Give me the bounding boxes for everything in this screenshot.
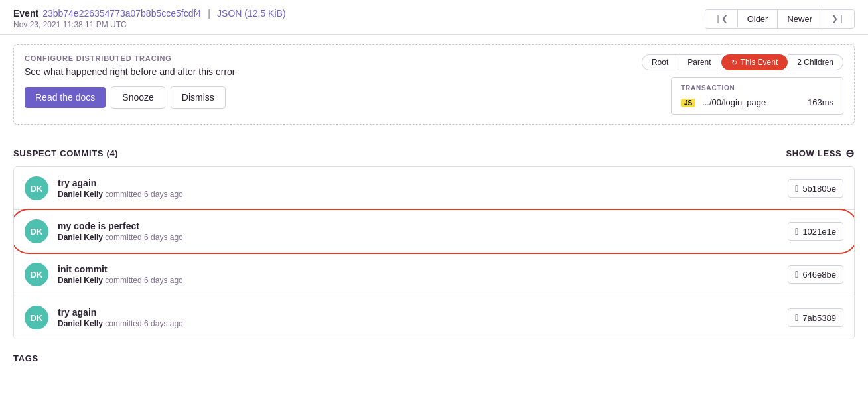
event-date: Nov 23, 2021 11:38:11 PM UTC [13,20,286,29]
suspect-commits-title: SUSPECT COMMITS (4) [13,149,118,158]
older-button[interactable]: Older [738,10,778,28]
event-label: Event [13,8,38,19]
commit-hash-button[interactable]:  5b1805e [788,179,843,198]
commit-info: try again Daniel Kelly committed 6 days … [58,178,183,199]
transaction-name-group: JS .../00/login_page [681,97,766,107]
js-badge: JS [681,99,695,107]
commit-row: DK my code is perfect Daniel Kelly commi… [14,210,854,253]
event-id[interactable]: 23bb74e226354773a07b8b5cce5fcdf4 [42,8,201,19]
commit-row: DK try again Daniel Kelly committed 6 da… [14,167,854,210]
reload-icon: ↻ [731,58,737,67]
children-tab[interactable]: 2 Children [788,54,843,70]
tracing-right: Root Parent ↻ This Event 2 Children TRAN… [642,54,843,115]
github-icon:  [795,226,798,237]
commit-info: init commit Daniel Kelly committed 6 day… [58,264,183,285]
snooze-button[interactable]: Snooze [111,86,165,109]
commit-message: my code is perfect [58,221,183,231]
commit-meta: Daniel Kelly committed 6 days ago [58,233,183,242]
first-event-button[interactable]: ❘❮ [705,10,738,27]
root-tab[interactable]: Root [642,54,678,70]
commit-hash-button[interactable]:  1021e1e [788,222,843,241]
avatar: DK [25,306,48,329]
tracing-description: See what happened right before and after… [25,66,236,77]
avatar: DK [25,176,48,200]
commit-meta: Daniel Kelly committed 6 days ago [58,276,183,285]
pipe-separator: | [208,8,210,19]
suspect-commits-header: SUSPECT COMMITS (4) SHOW LESS ⊖ [0,134,868,166]
parent-tab[interactable]: Parent [678,54,721,70]
commits-list: DK try again Daniel Kelly committed 6 da… [13,166,855,339]
read-docs-button[interactable]: Read the docs [25,87,106,108]
tracing-title: CONFIGURE DISTRIBUTED TRACING [25,54,236,62]
transaction-label: TRANSACTION [681,84,833,91]
commit-left: DK my code is perfect Daniel Kelly commi… [25,219,183,243]
commit-left: DK init commit Daniel Kelly committed 6 … [25,263,183,286]
tracing-actions: Read the docs Snooze Dismiss [25,86,236,109]
commit-meta: Daniel Kelly committed 6 days ago [58,319,183,328]
transaction-row: JS .../00/login_page 163ms [681,97,833,107]
event-navigation: ❘❮ Older Newer ❯❘ [705,9,855,29]
avatar: DK [25,219,48,243]
event-header-info: Event 23bb74e226354773a07b8b5cce5fcdf4 |… [13,8,286,29]
commit-hash-button[interactable]:  646e8be [788,265,843,284]
newer-button[interactable]: Newer [778,10,822,28]
dismiss-button[interactable]: Dismiss [171,86,226,109]
commit-left: DK try again Daniel Kelly committed 6 da… [25,306,183,329]
tags-title: TAGS [13,353,38,363]
commit-row: DK try again Daniel Kelly committed 6 da… [14,296,854,339]
event-title: Event 23bb74e226354773a07b8b5cce5fcdf4 |… [13,8,286,19]
avatar: DK [25,263,48,286]
commit-message: try again [58,178,183,188]
commit-message: init commit [58,264,183,274]
commit-left: DK try again Daniel Kelly committed 6 da… [25,176,183,200]
tracing-left: CONFIGURE DISTRIBUTED TRACING See what h… [25,54,236,109]
tracing-banner: CONFIGURE DISTRIBUTED TRACING See what h… [13,44,855,125]
show-less-button[interactable]: SHOW LESS ⊖ [786,147,855,160]
tracing-tabs: Root Parent ↻ This Event 2 Children [642,54,843,70]
commit-meta: Daniel Kelly committed 6 days ago [58,190,183,199]
event-json-link[interactable]: JSON (12.5 KiB) [217,8,285,19]
commit-row: DK init commit Daniel Kelly committed 6 … [14,253,854,296]
github-icon:  [795,312,798,323]
minus-circle-icon: ⊖ [845,147,855,160]
tags-section: TAGS [0,339,868,370]
github-icon:  [795,183,798,194]
last-event-button[interactable]: ❯❘ [822,10,854,27]
transaction-time: 163ms [808,97,833,107]
transaction-name: .../00/login_page [702,97,766,107]
commit-info: my code is perfect Daniel Kelly committe… [58,221,183,242]
event-header: Event 23bb74e226354773a07b8b5cce5fcdf4 |… [0,0,868,35]
transaction-box: TRANSACTION JS .../00/login_page 163ms [671,77,843,115]
commit-hash-button[interactable]:  7ab5389 [788,308,843,327]
github-icon:  [795,269,798,280]
this-event-tab[interactable]: ↻ This Event [721,54,788,70]
commit-info: try again Daniel Kelly committed 6 days … [58,307,183,328]
commit-message: try again [58,307,183,318]
